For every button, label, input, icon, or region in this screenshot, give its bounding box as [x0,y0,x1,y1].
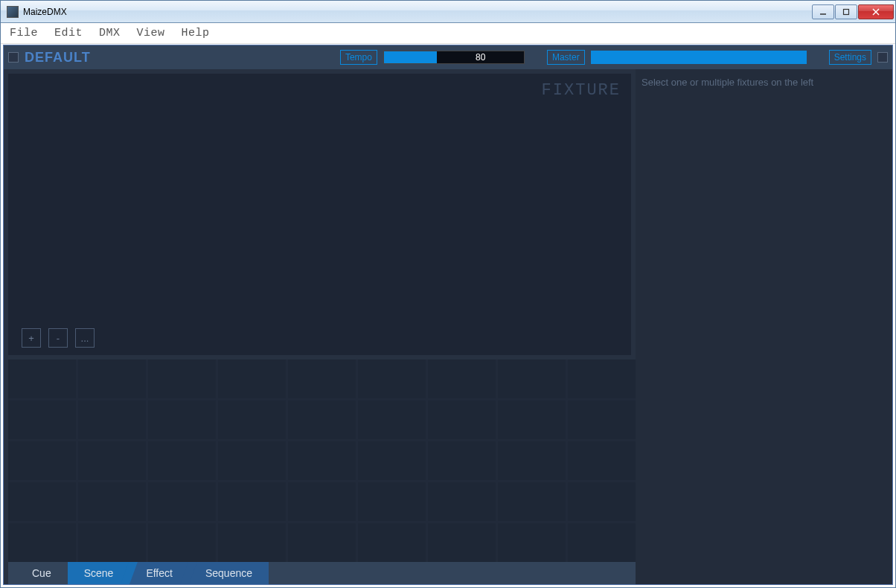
menubar: File Edit DMX View Help [1,23,895,44]
main-area: FIXTURE + - ... Cue Scene Effect Sequenc… [4,69,892,584]
svg-rect-1 [844,9,849,14]
grid-cell[interactable] [428,523,496,562]
menu-help[interactable]: Help [182,27,210,39]
grid-cell[interactable] [358,359,426,398]
grid-cell[interactable] [498,400,566,439]
grid-cell[interactable] [288,359,356,398]
grid-cell[interactable] [288,482,356,521]
grid-cell[interactable] [148,441,216,480]
titlebar[interactable]: MaizeDMX [1,1,895,23]
canvas-toolbar: + - ... [22,328,95,348]
grid-cell[interactable] [428,359,496,398]
minimize-icon [819,8,827,16]
window-title: MaizeDMX [23,7,812,17]
grid-cell[interactable] [148,359,216,398]
menu-view[interactable]: View [137,27,165,39]
right-panel-hint: Select one or multiple fixtures on the l… [641,77,886,88]
tempo-slider[interactable]: 80 [383,51,525,64]
settings-button[interactable]: Settings [829,50,871,65]
grid-cell[interactable] [148,523,216,562]
tab-cue[interactable]: Cue [16,562,68,584]
scene-checkbox[interactable] [8,52,19,63]
grid-cell[interactable] [218,400,286,439]
grid-cell[interactable] [358,441,426,480]
grid-cell[interactable] [288,523,356,562]
grid-cell[interactable] [8,523,76,562]
tempo-button[interactable]: Tempo [340,50,377,65]
grid-cell[interactable] [428,482,496,521]
tempo-fill [384,51,437,63]
grid-cell[interactable] [428,441,496,480]
grid-cell[interactable] [358,482,426,521]
grid-cell[interactable] [568,441,636,480]
grid-cell[interactable] [358,523,426,562]
scene-name: DEFAULT [25,50,91,65]
grid-cell[interactable] [218,441,286,480]
maximize-button[interactable] [835,4,857,19]
grid-cell[interactable] [288,441,356,480]
grid-cell[interactable] [218,523,286,562]
add-fixture-button[interactable]: + [22,328,41,348]
remove-fixture-button[interactable]: - [48,328,68,348]
fixture-canvas[interactable]: FIXTURE + - ... [8,74,631,355]
grid-cell[interactable] [148,482,216,521]
grid-cell[interactable] [8,400,76,439]
grid-cell[interactable] [8,441,76,480]
menu-file[interactable]: File [10,27,38,39]
tab-effect[interactable]: Effect [129,562,189,584]
close-icon [872,8,880,16]
more-fixture-button[interactable]: ... [75,328,95,348]
grid-cell[interactable] [568,523,636,562]
grid-cell[interactable] [78,523,146,562]
grid-cell[interactable] [148,400,216,439]
grid-cell[interactable] [78,359,146,398]
grid-cell[interactable] [498,482,566,521]
grid-cell[interactable] [218,359,286,398]
bottom-tabs: Cue Scene Effect Sequence [8,562,636,584]
app-body: DEFAULT Tempo 80 Master Settings FIXTURE [3,45,893,585]
grid-cell[interactable] [8,359,76,398]
menu-edit[interactable]: Edit [54,27,83,39]
tempo-value: 80 [437,51,524,63]
close-button[interactable] [858,4,894,19]
maximize-icon [842,8,850,16]
app-icon [7,6,19,18]
master-button[interactable]: Master [547,50,585,65]
minimize-button[interactable] [812,4,834,19]
left-panel: FIXTURE + - ... Cue Scene Effect Sequenc… [4,69,636,584]
grid-cell[interactable] [288,400,356,439]
top-toolbar: DEFAULT Tempo 80 Master Settings [4,45,892,69]
master-slider[interactable] [591,51,807,64]
grid-cell[interactable] [78,441,146,480]
grid-cell[interactable] [568,400,636,439]
tab-scene[interactable]: Scene [68,562,130,584]
grid-cell[interactable] [78,482,146,521]
menu-dmx[interactable]: DMX [99,27,121,39]
settings-checkbox[interactable] [877,52,888,63]
right-panel: Select one or multiple fixtures on the l… [636,69,892,584]
app-window: MaizeDMX File Edit DMX View Help DEFAULT… [0,0,896,588]
cue-grid [8,359,636,562]
grid-cell[interactable] [78,400,146,439]
grid-cell[interactable] [428,400,496,439]
fixture-watermark: FIXTURE [542,81,621,100]
master-fill [592,51,806,63]
grid-cell[interactable] [8,482,76,521]
grid-cell[interactable] [498,359,566,398]
grid-cell[interactable] [498,523,566,562]
tab-sequence[interactable]: Sequence [189,562,269,584]
window-controls [812,4,894,19]
grid-cell[interactable] [568,482,636,521]
grid-cell[interactable] [498,441,566,480]
grid-cell[interactable] [358,400,426,439]
grid-cell[interactable] [568,359,636,398]
grid-cell[interactable] [218,482,286,521]
